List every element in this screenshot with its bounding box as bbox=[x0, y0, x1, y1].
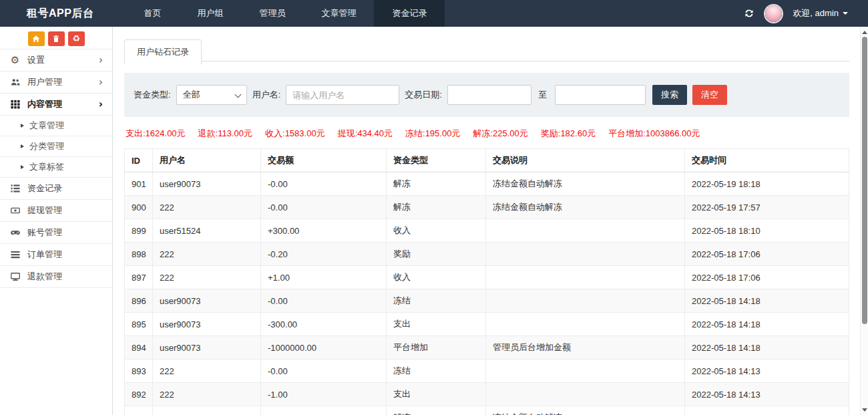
table-cell: -0.00 bbox=[261, 360, 387, 383]
table-row: 899user51524+300.00收入2022-05-18 18:10 bbox=[125, 219, 849, 243]
table-cell: 冻结金额自动解冻 bbox=[486, 406, 685, 415]
scrollbar-thumb[interactable] bbox=[862, 37, 867, 324]
table-body: 901user90073-0.00解冻冻结金额自动解冻2022-05-19 18… bbox=[125, 172, 849, 415]
table-cell: 奖励 bbox=[387, 243, 486, 266]
table-row: 892222-1.00支出2022-05-18 14:13 bbox=[125, 383, 849, 406]
table-cell: 899 bbox=[125, 219, 153, 243]
sidebar-item-account-management[interactable]: 账号管理 bbox=[0, 222, 112, 244]
tab-user-diamond-records[interactable]: 用户钻石记录 bbox=[124, 39, 202, 65]
table-row: 900222-0.00解冻冻结金额自动解冻2022-05-19 17:57 bbox=[125, 196, 849, 219]
navbar-right: 欢迎, admin bbox=[744, 0, 868, 27]
clear-button[interactable]: 清空 bbox=[692, 85, 727, 105]
table-cell: 895 bbox=[125, 313, 153, 336]
table-cell bbox=[486, 360, 685, 383]
table-cell: 2022-05-18 14:13 bbox=[685, 383, 849, 406]
username-label: 用户名: bbox=[252, 89, 281, 101]
search-button[interactable]: 搜索 bbox=[652, 85, 687, 105]
column-header: 资金类型 bbox=[387, 149, 486, 172]
table-cell: 平台增加 bbox=[387, 336, 486, 360]
caret-down-icon bbox=[843, 12, 848, 15]
sidebar-item-content-management[interactable]: 内容管理› bbox=[0, 94, 112, 116]
sidebar-item-article-management[interactable]: 文章管理 bbox=[0, 116, 112, 136]
table-cell: 收入 bbox=[387, 266, 486, 289]
nav-admin[interactable]: 管理员 bbox=[241, 0, 303, 27]
table-cell: 2022-05-18 18:10 bbox=[685, 219, 849, 243]
table-cell: -1.00 bbox=[261, 406, 387, 415]
table-row: 901user90073-0.00解冻冻结金额自动解冻2022-05-19 18… bbox=[125, 172, 849, 196]
table-row: 893222-0.00冻结2022-05-18 14:13 bbox=[125, 360, 849, 383]
table-cell: 898 bbox=[125, 243, 153, 266]
home-button[interactable] bbox=[28, 31, 45, 46]
sidebar-item-refund-management[interactable]: 退款管理 bbox=[0, 266, 112, 288]
recycle-button[interactable]: ♻ bbox=[68, 31, 85, 46]
table-cell: +1.00 bbox=[261, 266, 387, 289]
date-to-label: 至 bbox=[538, 89, 547, 101]
caret-right-icon bbox=[21, 124, 24, 128]
trash-button[interactable] bbox=[48, 31, 65, 46]
table-cell: 894 bbox=[125, 336, 153, 360]
nav-home[interactable]: 首页 bbox=[126, 0, 179, 27]
sidebar-item-order-management[interactable]: 订单管理 bbox=[0, 244, 112, 266]
users-icon bbox=[9, 78, 21, 87]
brand: 租号APP后台 bbox=[0, 0, 114, 27]
trash-icon bbox=[52, 35, 60, 43]
date-to-input[interactable] bbox=[555, 85, 646, 105]
sidebar-item-label: 提现管理 bbox=[27, 204, 62, 217]
table-cell: +300.00 bbox=[261, 219, 387, 243]
nav-fund-records[interactable]: 资金记录 bbox=[374, 0, 445, 27]
sidebar-item-fund-records[interactable]: 资金记录 bbox=[0, 178, 112, 200]
column-header: 交易额 bbox=[261, 149, 387, 172]
table-cell: 冻结 bbox=[387, 360, 486, 383]
table-cell: 支出 bbox=[387, 313, 486, 336]
sidebar-item-category-management[interactable]: 分类管理 bbox=[0, 136, 112, 157]
sidebar-item-article-tags[interactable]: 文章标签 bbox=[0, 157, 112, 178]
table-cell: 收入 bbox=[387, 219, 486, 243]
scroll-up-arrow-icon[interactable] bbox=[862, 31, 867, 34]
table-cell: 解冻 bbox=[387, 406, 486, 415]
sidebar-item-settings[interactable]: ⚙设置› bbox=[0, 49, 112, 72]
avatar[interactable] bbox=[765, 5, 782, 22]
sidebar-item-user-management[interactable]: 用户管理› bbox=[0, 72, 112, 94]
table-cell: 222 bbox=[153, 360, 261, 383]
table-cell: 2022-05-18 17:06 bbox=[685, 266, 849, 289]
date-from-input[interactable] bbox=[447, 85, 531, 105]
sidebar-quick-buttons: ♻ bbox=[0, 27, 112, 49]
home-icon bbox=[32, 35, 40, 43]
stat-item: 提现:434.40元 bbox=[338, 128, 393, 140]
date-label: 交易日期: bbox=[405, 89, 442, 101]
chevron-right-icon: › bbox=[99, 78, 103, 88]
scroll-down-arrow-icon[interactable] bbox=[862, 408, 867, 412]
tab-bar: 用户钻石记录 bbox=[124, 39, 849, 61]
gears-icon: ⚙ bbox=[9, 54, 21, 66]
user-dropdown[interactable]: 欢迎, admin bbox=[793, 7, 848, 19]
table-row: 895user90073-300.00支出2022-05-18 14:18 bbox=[125, 313, 849, 336]
table-cell: -0.00 bbox=[261, 172, 387, 196]
chevron-down-icon bbox=[234, 92, 241, 98]
refresh-icon[interactable] bbox=[744, 8, 754, 19]
sidebar-item-withdraw-management[interactable]: 提现管理 bbox=[0, 200, 112, 222]
stat-item: 解冻:225.00元 bbox=[473, 128, 527, 140]
vertical-scrollbar[interactable] bbox=[860, 27, 868, 415]
sidebar-item-label: 设置 bbox=[27, 54, 45, 66]
table-cell: 解冻 bbox=[387, 172, 486, 196]
table-cell: -0.00 bbox=[261, 289, 387, 313]
stat-item: 冻结:195.00元 bbox=[405, 128, 460, 140]
fund-type-select[interactable]: 全部 bbox=[176, 85, 247, 105]
bars-icon bbox=[9, 250, 21, 259]
nav-article-management[interactable]: 文章管理 bbox=[303, 0, 374, 27]
desktop-icon bbox=[9, 272, 21, 281]
main-content: 用户钻石记录 资金类型: 全部 用户名: 交易日期: 至 搜索 清空 支出:16… bbox=[114, 27, 860, 415]
stat-item: 支出:1624.00元 bbox=[126, 128, 186, 140]
table-cell: 900 bbox=[125, 196, 153, 219]
table-cell bbox=[486, 266, 685, 289]
table-cell: 222 bbox=[153, 383, 261, 406]
table-cell: 222 bbox=[153, 196, 261, 219]
table-cell: 901 bbox=[125, 172, 153, 196]
table-cell: 893 bbox=[125, 360, 153, 383]
username-input[interactable] bbox=[286, 85, 399, 105]
table-cell: 896 bbox=[125, 289, 153, 313]
nav-user-group[interactable]: 用户组 bbox=[179, 0, 241, 27]
table-cell: 2022-05-18 14:13 bbox=[685, 360, 849, 383]
chevron-right-icon: › bbox=[99, 55, 103, 65]
table-cell: 冻结金额自动解冻 bbox=[486, 172, 685, 196]
